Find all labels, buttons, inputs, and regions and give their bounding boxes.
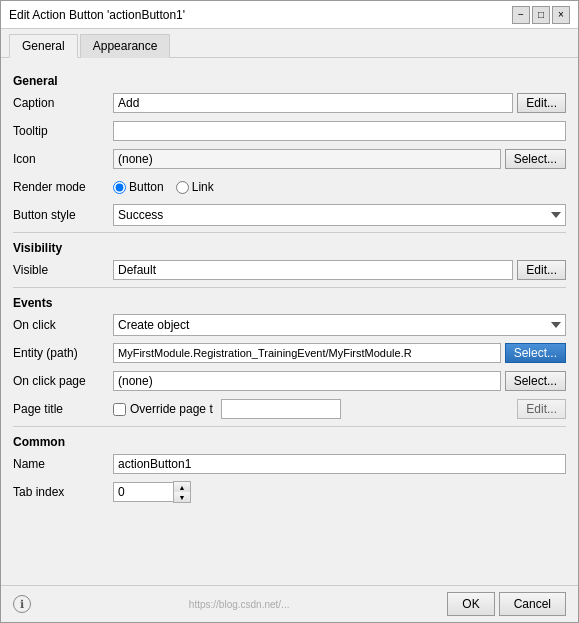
icon-select-button[interactable]: Select... <box>505 149 566 169</box>
divider-2 <box>13 287 566 288</box>
caption-row: Caption Edit... <box>13 92 566 114</box>
name-row: Name <box>13 453 566 475</box>
on-click-page-select-button[interactable]: Select... <box>505 371 566 391</box>
info-icon[interactable]: ℹ <box>13 595 31 613</box>
common-section-header: Common <box>13 435 566 449</box>
entity-select-button[interactable]: Select... <box>505 343 566 363</box>
button-style-label: Button style <box>13 208 113 222</box>
on-click-select[interactable]: Create object <box>113 314 566 336</box>
maximize-button[interactable]: □ <box>532 6 550 24</box>
page-title-edit-button[interactable]: Edit... <box>517 399 566 419</box>
render-mode-row: Render mode Button Link <box>13 176 566 198</box>
events-section-header: Events <box>13 296 566 310</box>
footer-buttons: OK Cancel <box>447 592 566 616</box>
divider-3 <box>13 426 566 427</box>
caption-input[interactable] <box>113 93 513 113</box>
visible-row: Visible Edit... <box>13 259 566 281</box>
tab-index-control: ▲ ▼ <box>113 481 566 503</box>
main-window: Edit Action Button 'actionButton1' − □ ×… <box>0 0 579 623</box>
caption-control <box>113 93 513 113</box>
icon-row: Icon Select... <box>13 148 566 170</box>
entity-control <box>113 343 501 363</box>
button-style-control: Success <box>113 204 566 226</box>
on-click-page-label: On click page <box>13 374 113 388</box>
entity-input[interactable] <box>113 343 501 363</box>
button-style-row: Button style Success <box>13 204 566 226</box>
caption-label: Caption <box>13 96 113 110</box>
tab-appearance[interactable]: Appearance <box>80 34 171 58</box>
icon-input[interactable] <box>113 149 501 169</box>
name-label: Name <box>13 457 113 471</box>
on-click-page-input[interactable] <box>113 371 501 391</box>
visible-control <box>113 260 513 280</box>
render-mode-control: Button Link <box>113 180 566 194</box>
tab-general[interactable]: General <box>9 34 78 58</box>
close-button[interactable]: × <box>552 6 570 24</box>
spin-buttons: ▲ ▼ <box>173 481 191 503</box>
title-controls: − □ × <box>512 6 570 24</box>
window-title: Edit Action Button 'actionButton1' <box>9 8 185 22</box>
visible-edit-button[interactable]: Edit... <box>517 260 566 280</box>
render-mode-button-radio[interactable] <box>113 181 126 194</box>
button-style-select[interactable]: Success <box>113 204 566 226</box>
tooltip-input[interactable] <box>113 121 566 141</box>
page-title-checkbox[interactable] <box>113 403 126 416</box>
page-title-checkbox-label: Override page t <box>130 402 213 416</box>
page-title-label: Page title <box>13 402 113 416</box>
on-click-row: On click Create object <box>13 314 566 336</box>
tab-index-row: Tab index ▲ ▼ <box>13 481 566 503</box>
general-section-header: General <box>13 74 566 88</box>
content-area: General Caption Edit... Tooltip Icon Sel… <box>1 58 578 585</box>
tooltip-row: Tooltip <box>13 120 566 142</box>
on-click-page-row: On click page Select... <box>13 370 566 392</box>
title-bar: Edit Action Button 'actionButton1' − □ × <box>1 1 578 29</box>
visibility-section-header: Visibility <box>13 241 566 255</box>
visible-input[interactable] <box>113 260 513 280</box>
entity-label: Entity (path) <box>13 346 113 360</box>
cancel-button[interactable]: Cancel <box>499 592 566 616</box>
divider-1 <box>13 232 566 233</box>
visible-label: Visible <box>13 263 113 277</box>
icon-control <box>113 149 501 169</box>
entity-row: Entity (path) Select... <box>13 342 566 364</box>
render-mode-button-option[interactable]: Button <box>113 180 164 194</box>
icon-label: Icon <box>13 152 113 166</box>
tab-index-label: Tab index <box>13 485 113 499</box>
render-mode-label: Render mode <box>13 180 113 194</box>
footer: ℹ https://blog.csdn.net/... OK Cancel <box>1 585 578 622</box>
name-input[interactable] <box>113 454 566 474</box>
tab-bar: General Appearance <box>1 29 578 58</box>
on-click-page-control <box>113 371 501 391</box>
tab-index-input[interactable] <box>113 482 173 502</box>
spin-up-button[interactable]: ▲ <box>174 482 190 492</box>
minimize-button[interactable]: − <box>512 6 530 24</box>
on-click-control: Create object <box>113 314 566 336</box>
page-title-control: Override page t <box>113 399 513 419</box>
ok-button[interactable]: OK <box>447 592 494 616</box>
name-control <box>113 454 566 474</box>
page-title-input[interactable] <box>221 399 341 419</box>
caption-edit-button[interactable]: Edit... <box>517 93 566 113</box>
render-mode-link-radio[interactable] <box>176 181 189 194</box>
tooltip-control <box>113 121 566 141</box>
on-click-label: On click <box>13 318 113 332</box>
spin-down-button[interactable]: ▼ <box>174 492 190 502</box>
tooltip-label: Tooltip <box>13 124 113 138</box>
render-mode-link-option[interactable]: Link <box>176 180 214 194</box>
page-title-row: Page title Override page t Edit... <box>13 398 566 420</box>
